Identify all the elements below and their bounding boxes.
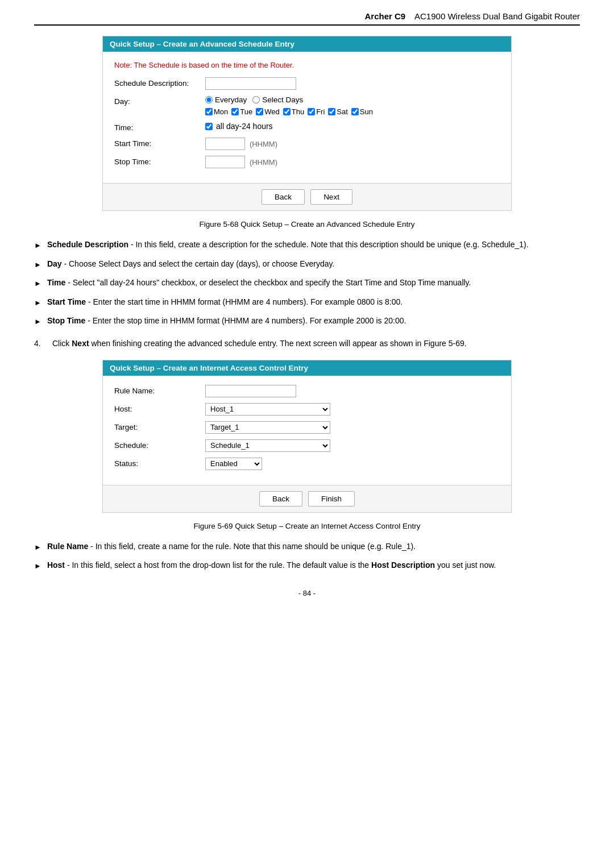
bullet-arrow-3: ► (34, 278, 42, 289)
schedule-back-button[interactable]: Back (262, 189, 305, 205)
day-thu-text: Thu (292, 107, 304, 116)
bullet-text-stop-time: Stop Time - Enter the stop time in HHMM … (47, 315, 580, 327)
access-back-button[interactable]: Back (259, 491, 302, 506)
bullet-host-bold2: Host Description (371, 560, 435, 570)
day-mon-label[interactable]: Mon (205, 107, 228, 116)
access-finish-button[interactable]: Finish (308, 491, 355, 506)
schedule-next-button[interactable]: Next (310, 189, 352, 205)
bullet-arrow-4: ► (34, 297, 42, 309)
numbered-bold-next: Next (72, 339, 89, 348)
schedule-panel-footer: Back Next (103, 183, 511, 210)
bullet-text-time: Time - Select "all day-24 hours" checkbo… (47, 277, 580, 289)
stop-time-label: Stop Time: (114, 156, 205, 166)
day-tue-label[interactable]: Tue (231, 107, 252, 116)
target-control: Target_1 (205, 421, 500, 434)
day-wed-text: Wed (264, 107, 280, 116)
day-mon-checkbox[interactable] (205, 108, 213, 115)
bullet-arrow-2: ► (34, 259, 42, 271)
start-time-label: Start Time: (114, 138, 205, 148)
bullet-arrow-6: ► (34, 542, 42, 553)
bullet-item-time: ► Time - Select "all day-24 hours" check… (34, 277, 580, 289)
everyday-radio-label[interactable]: Everyday (205, 95, 247, 104)
rule-name-label: Rule Name: (114, 385, 205, 395)
day-tue-checkbox[interactable] (231, 108, 239, 115)
host-row: Host: Host_1 (114, 403, 500, 416)
day-sat-text: Sat (337, 107, 348, 116)
bullet-item-schedule-desc: ► Schedule Description - In this field, … (34, 239, 580, 251)
schedule-row: Schedule: Schedule_1 (114, 439, 500, 452)
numbered-text-4: Click Next when finishing creating the a… (52, 338, 580, 350)
bullet-text-schedule-desc: Schedule Description - In this field, cr… (47, 239, 580, 251)
select-days-radio-label[interactable]: Select Days (252, 95, 303, 104)
day-sun-label[interactable]: Sun (351, 107, 373, 116)
day-sat-label[interactable]: Sat (328, 107, 348, 116)
schedule-panel: Quick Setup – Create an Advanced Schedul… (102, 36, 512, 211)
bullet-list-1: ► Schedule Description - In this field, … (34, 239, 580, 327)
schedule-select[interactable]: Schedule_1 (205, 439, 330, 452)
time-label: Time: (114, 122, 205, 132)
access-control-panel-body: Rule Name: Host: Host_1 Target: Target_1 (103, 376, 511, 485)
bullet-arrow-7: ► (34, 560, 42, 572)
stop-time-row: Stop Time: (HHMM) (114, 156, 500, 168)
bullet-term-stop-time: Stop Time (47, 316, 85, 325)
start-time-input[interactable] (205, 138, 245, 150)
time-control: all day-24 hours (205, 122, 500, 131)
bullet-item-host: ► Host - In this field, select a host fr… (34, 559, 580, 572)
bullet-item-rule-name: ► Rule Name - In this field, create a na… (34, 541, 580, 553)
time-row: Time: all day-24 hours (114, 122, 500, 132)
stop-hhmm-label: (HHMM) (250, 158, 277, 167)
rule-name-input[interactable] (205, 385, 296, 397)
everyday-label: Everyday (215, 95, 247, 104)
schedule-description-input[interactable] (205, 77, 296, 90)
bullet-term-rule-name: Rule Name (47, 542, 88, 551)
product-title: AC1900 Wireless Dual Band Gigabit Router (414, 11, 580, 21)
schedule-control: Schedule_1 (205, 439, 500, 452)
bullet-item-start-time: ► Start Time - Enter the start time in H… (34, 296, 580, 309)
schedule-panel-header: Quick Setup – Create an Advanced Schedul… (103, 36, 511, 52)
day-wed-checkbox[interactable] (256, 108, 263, 115)
day-fri-label[interactable]: Fri (308, 107, 325, 116)
schedule-description-label: Schedule Description: (114, 77, 205, 88)
bullet-term-time: Time (47, 278, 65, 287)
figure2-caption: Figure 5-69 Quick Setup – Create an Inte… (34, 522, 580, 530)
all-day-checkbox[interactable] (205, 123, 213, 130)
target-select[interactable]: Target_1 (205, 421, 330, 434)
bullet-list-2: ► Rule Name - In this field, create a na… (34, 541, 580, 572)
numbered-label-4: 4. (34, 338, 52, 350)
day-thu-checkbox[interactable] (283, 108, 291, 115)
status-control: Enabled (205, 458, 500, 470)
select-days-radio[interactable] (252, 96, 260, 103)
status-select[interactable]: Enabled (205, 458, 262, 470)
page-header: Archer C9 AC1900 Wireless Dual Band Giga… (34, 11, 580, 26)
day-wed-label[interactable]: Wed (256, 107, 280, 116)
host-select[interactable]: Host_1 (205, 403, 330, 416)
day-fri-checkbox[interactable] (308, 108, 315, 115)
schedule-description-control (205, 77, 500, 90)
numbered-item-4: 4. Click Next when finishing creating th… (34, 338, 580, 350)
day-mon-text: Mon (214, 107, 228, 116)
access-control-panel: Quick Setup – Create an Internet Access … (102, 360, 512, 513)
day-thu-label[interactable]: Thu (283, 107, 304, 116)
product-name: Archer C9 AC1900 Wireless Dual Band Giga… (364, 11, 580, 21)
everyday-radio[interactable] (205, 96, 213, 103)
stop-time-input[interactable] (205, 156, 245, 168)
rule-name-row: Rule Name: (114, 385, 500, 397)
access-control-panel-footer: Back Finish (103, 485, 511, 512)
bullet-text-host: Host - In this field, select a host from… (47, 559, 580, 571)
bullet-arrow-1: ► (34, 240, 42, 251)
schedule-note: Note: The Schedule is based on the time … (114, 61, 500, 69)
day-sun-checkbox[interactable] (351, 108, 359, 115)
all-day-label: all day-24 hours (216, 122, 273, 131)
day-sat-checkbox[interactable] (328, 108, 335, 115)
day-sun-text: Sun (360, 107, 373, 116)
status-row: Status: Enabled (114, 458, 500, 470)
figure1-caption: Figure 5-68 Quick Setup – Create an Adva… (34, 220, 580, 229)
schedule-description-row: Schedule Description: (114, 77, 500, 90)
bullet-term-day: Day (47, 259, 62, 268)
schedule-label: Schedule: (114, 439, 205, 450)
day-radio-group: Everyday Select Days (205, 95, 500, 104)
bullet-text-day: Day - Choose Select Days and select the … (47, 258, 580, 270)
rule-name-control (205, 385, 500, 397)
start-hhmm-label: (HHMM) (250, 140, 277, 148)
host-label: Host: (114, 403, 205, 413)
